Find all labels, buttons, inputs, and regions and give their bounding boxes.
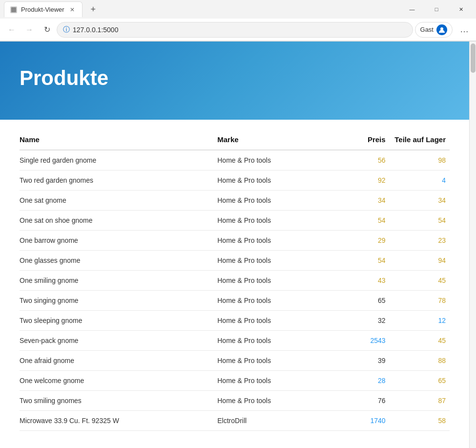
tab-title: Produkt-Viewer — [21, 6, 64, 13]
product-price: 56 — [338, 150, 390, 171]
scrollbar[interactable] — [469, 42, 476, 448]
product-brand: Home & Pro tools — [217, 271, 338, 291]
scrollbar-thumb[interactable] — [471, 43, 476, 73]
column-header-brand: Marke — [217, 129, 338, 150]
browser-tab[interactable]: Produkt-Viewer ✕ — [4, 1, 83, 17]
user-avatar — [436, 24, 447, 35]
hero-banner: Produkte — [0, 42, 469, 120]
product-stock: 58 — [390, 411, 450, 431]
product-price: 54 — [338, 211, 390, 231]
products-section: Name Marke Preis Teile auf Lager Single … — [0, 120, 469, 441]
product-brand: Home & Pro tools — [217, 331, 338, 351]
product-name: One sat on shoe gnome — [20, 211, 217, 231]
table-row: One sat gnome Home & Pro tools 34 34 — [20, 191, 450, 211]
address-bar[interactable]: ⓘ 127.0.0.1:5000 — [57, 22, 413, 38]
table-row: Two smiling gnomes Home & Pro tools 76 8… — [20, 391, 450, 411]
product-price: 54 — [338, 251, 390, 271]
product-price: 29 — [338, 231, 390, 251]
product-stock: 65 — [390, 371, 450, 391]
product-name: One sat gnome — [20, 191, 217, 211]
product-stock: 45 — [390, 271, 450, 291]
product-price: 92 — [338, 171, 390, 191]
product-brand: Home & Pro tools — [217, 371, 338, 391]
product-name: Two sleeping gnome — [20, 311, 217, 331]
product-stock: 45 — [390, 331, 450, 351]
product-name: Microwave 33.9 Cu. Ft. 92325 W — [20, 411, 217, 431]
product-stock: 87 — [390, 391, 450, 411]
product-name: One smiling gnome — [20, 271, 217, 291]
table-row: One barrow gnome Home & Pro tools 29 23 — [20, 231, 450, 251]
back-button[interactable]: ← — [4, 22, 20, 38]
product-stock: 4 — [390, 171, 450, 191]
table-row: Microwave 33.9 Cu. Ft. 92325 W ElctroDri… — [20, 411, 450, 431]
product-stock: 78 — [390, 291, 450, 311]
more-options-button[interactable]: … — [456, 22, 472, 38]
product-name: One afraid gnome — [20, 351, 217, 371]
url-text: 127.0.0.1:5000 — [73, 26, 407, 34]
product-name: One barrow gnome — [20, 231, 217, 251]
product-name: One glasses gnome — [20, 251, 217, 271]
product-price: 1740 — [338, 411, 390, 431]
svg-rect-0 — [11, 7, 16, 12]
product-brand: Home & Pro tools — [217, 311, 338, 331]
product-price: 28 — [338, 371, 390, 391]
minimize-button[interactable]: — — [401, 1, 423, 17]
refresh-button[interactable]: ↻ — [39, 22, 55, 38]
product-name: Two smiling gnomes — [20, 391, 217, 411]
table-row: One sat on shoe gnome Home & Pro tools 5… — [20, 211, 450, 231]
column-header-name: Name — [20, 129, 217, 150]
product-stock: 12 — [390, 311, 450, 331]
product-brand: Home & Pro tools — [217, 291, 338, 311]
product-stock: 98 — [390, 150, 450, 171]
table-row: Two sleeping gnome Home & Pro tools 32 1… — [20, 311, 450, 331]
table-row: Two singing gnome Home & Pro tools 65 78 — [20, 291, 450, 311]
product-stock: 88 — [390, 351, 450, 371]
table-row: Two red garden gnomes Home & Pro tools 9… — [20, 171, 450, 191]
table-row: One smiling gnome Home & Pro tools 43 45 — [20, 271, 450, 291]
forward-button[interactable]: → — [21, 22, 37, 38]
product-name: One welcome gnome — [20, 371, 217, 391]
product-price: 34 — [338, 191, 390, 211]
product-name: Two red garden gnomes — [20, 171, 217, 191]
product-price: 2543 — [338, 331, 390, 351]
close-button[interactable]: ✕ — [450, 1, 472, 17]
column-header-price: Preis — [338, 129, 390, 150]
tab-favicon — [10, 6, 17, 13]
product-stock: 34 — [390, 191, 450, 211]
product-name: Seven-pack gnome — [20, 331, 217, 351]
new-tab-button[interactable]: + — [86, 2, 100, 16]
product-stock: 54 — [390, 211, 450, 231]
product-stock: 94 — [390, 251, 450, 271]
table-row: Seven-pack gnome Home & Pro tools 2543 4… — [20, 331, 450, 351]
product-brand: Home & Pro tools — [217, 251, 338, 271]
product-brand: Home & Pro tools — [217, 391, 338, 411]
user-button[interactable]: Gast — [415, 22, 453, 38]
product-price: 76 — [338, 391, 390, 411]
user-label: Gast — [420, 26, 434, 33]
product-name: Two singing gnome — [20, 291, 217, 311]
column-header-stock: Teile auf Lager — [390, 129, 450, 150]
product-brand: Home & Pro tools — [217, 351, 338, 371]
products-table: Name Marke Preis Teile auf Lager Single … — [20, 129, 450, 431]
product-brand: Home & Pro tools — [217, 191, 338, 211]
table-row: One afraid gnome Home & Pro tools 39 88 — [20, 351, 450, 371]
product-brand: Home & Pro tools — [217, 150, 338, 171]
table-row: Single red garden gnome Home & Pro tools… — [20, 150, 450, 171]
product-brand: Home & Pro tools — [217, 171, 338, 191]
maximize-button[interactable]: □ — [425, 1, 448, 17]
product-name: Single red garden gnome — [20, 150, 217, 171]
product-brand: Home & Pro tools — [217, 231, 338, 251]
product-price: 32 — [338, 311, 390, 331]
product-price: 43 — [338, 271, 390, 291]
tab-close-button[interactable]: ✕ — [68, 6, 76, 14]
page-title: Produkte — [20, 66, 108, 90]
product-stock: 23 — [390, 231, 450, 251]
product-price: 39 — [338, 351, 390, 371]
info-icon: ⓘ — [63, 25, 70, 34]
product-price: 65 — [338, 291, 390, 311]
product-brand: Home & Pro tools — [217, 211, 338, 231]
table-row: One welcome gnome Home & Pro tools 28 65 — [20, 371, 450, 391]
product-brand: ElctroDrill — [217, 411, 338, 431]
table-row: One glasses gnome Home & Pro tools 54 94 — [20, 251, 450, 271]
